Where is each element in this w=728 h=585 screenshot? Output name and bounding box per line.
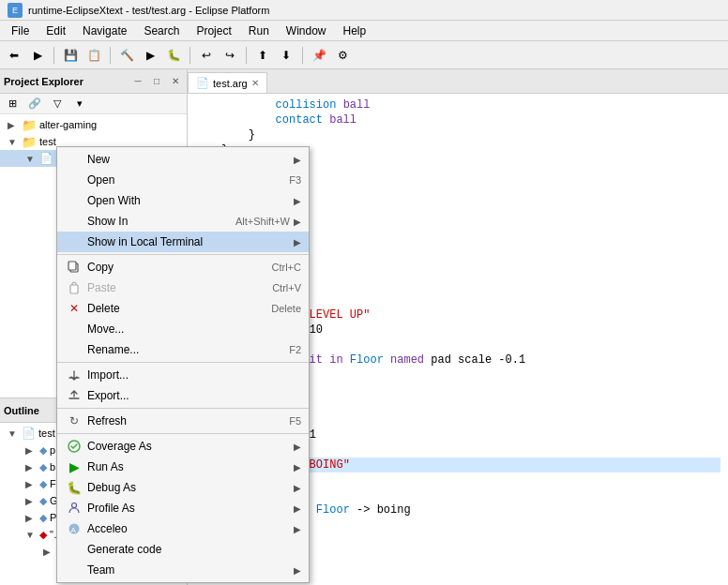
project-explorer-title: Project Explorer [4, 76, 127, 87]
outline-icon-p: ◆ [39, 444, 47, 457]
ctx-item-open-with[interactable]: Open With ▶ [57, 190, 309, 211]
ctx-item-copy[interactable]: Copy Ctrl+C [57, 257, 309, 278]
coverage-icon [65, 440, 83, 453]
paste-shortcut: Ctrl+V [253, 282, 301, 293]
menu-window[interactable]: Window [279, 22, 334, 39]
ctx-label-show-in: Show In [87, 215, 213, 228]
ctx-label-rename: Rename... [87, 343, 266, 356]
toolbar-btn-7[interactable]: 🐛 [163, 45, 184, 66]
ctx-label-profile-as: Profile As [87, 502, 290, 515]
delete-icon: ✕ [65, 302, 83, 315]
ctx-label-export: Export... [87, 389, 301, 402]
toolbar-btn-1[interactable]: ⬅ [4, 45, 24, 66]
menu-search[interactable]: Search [136, 22, 187, 39]
svg-text:A: A [71, 526, 77, 534]
ctx-item-coverage-as[interactable]: Coverage As ▶ [57, 436, 309, 457]
toolbar-btn-13[interactable]: ⚙ [332, 45, 353, 66]
open-with-arrow: ▶ [294, 196, 301, 206]
link-editor-icon[interactable]: 🔗 [24, 94, 45, 114]
minimize-icon[interactable]: ─ [130, 74, 145, 89]
tab-close-icon[interactable]: ✕ [251, 78, 259, 88]
toolbar-btn-10[interactable]: ⬆ [252, 45, 273, 66]
open-shortcut: F3 [270, 174, 301, 186]
tab-label-test-arg: test.arg [213, 78, 248, 89]
ctx-label-open: Open [87, 173, 266, 187]
ctx-label-import: Import... [87, 368, 301, 382]
filter-icon[interactable]: ▽ [47, 94, 68, 114]
menu-help[interactable]: Help [336, 22, 374, 39]
run-as-arrow: ▶ [294, 462, 301, 472]
menu-edit[interactable]: Edit [38, 22, 73, 39]
ctx-item-export[interactable]: Export... [57, 385, 309, 406]
ctx-label-team: Team [87, 563, 290, 577]
ctx-item-move[interactable]: Move... [57, 319, 309, 339]
team-arrow: ▶ [294, 565, 301, 576]
file-tab-icon: 📄 [196, 77, 209, 89]
ctx-item-open[interactable]: Open F3 [57, 170, 309, 190]
outline-icon-b: ◆ [39, 461, 47, 473]
ctx-item-show-in-local-terminal[interactable]: Show in Local Terminal ▶ [57, 232, 309, 252]
refresh-shortcut: F5 [270, 415, 301, 427]
toolbar-sep-4 [246, 47, 247, 64]
ctx-item-acceleo[interactable]: A Acceleo ▶ [57, 518, 309, 539]
rename-shortcut: F2 [270, 344, 301, 355]
svg-rect-1 [68, 262, 76, 270]
ctx-item-rename[interactable]: Rename... F2 [57, 339, 309, 360]
copy-shortcut: Ctrl+C [253, 262, 301, 273]
ctx-item-profile-as[interactable]: Profile As ▶ [57, 498, 309, 518]
tree-label-alter: alter-gaming [39, 119, 97, 130]
menu-project[interactable]: Project [189, 22, 238, 39]
outline-icon-G: ◆ [39, 495, 47, 507]
toolbar-btn-4[interactable]: 📋 [83, 45, 104, 66]
profile-as-icon [65, 502, 83, 515]
toolbar-btn-12[interactable]: 📌 [309, 45, 329, 66]
toolbar-btn-3[interactable]: 💾 [60, 45, 81, 66]
ctx-label-generate-code: Generate code [87, 543, 301, 556]
toolbar-btn-8[interactable]: ↩ [196, 45, 217, 66]
ctx-item-run-as[interactable]: ▶ Run As ▶ [57, 457, 309, 477]
maximize-icon[interactable]: □ [149, 74, 164, 89]
editor-tabs-bar: 📄 test.arg ✕ [188, 69, 728, 94]
menu-navigate[interactable]: Navigate [75, 22, 134, 39]
close-icon[interactable]: ✕ [168, 74, 183, 89]
show-in-shortcut: Alt+Shift+W [217, 216, 290, 227]
menu-file[interactable]: File [4, 22, 37, 39]
collapse-all-icon[interactable]: ⊞ [2, 94, 23, 114]
ctx-item-new[interactable]: New ▶ [57, 149, 309, 170]
ctx-item-delete[interactable]: ✕ Delete Delete [57, 298, 309, 319]
view-menu-icon[interactable]: ▾ [69, 94, 90, 114]
ctx-item-debug-as[interactable]: 🐛 Debug As ▶ [57, 477, 309, 498]
export-icon [65, 389, 83, 402]
toolbar-btn-9[interactable]: ↪ [220, 45, 240, 66]
ctx-label-new: New [87, 153, 290, 166]
toolbar-btn-6[interactable]: ▶ [140, 45, 160, 66]
menu-run[interactable]: Run [241, 22, 277, 39]
app-icon: E [8, 3, 23, 18]
ctx-item-refresh[interactable]: ↻ Refresh F5 [57, 411, 309, 431]
ctx-label-coverage-as: Coverage As [87, 440, 290, 453]
file-icon-t: 📄 [39, 152, 53, 165]
ctx-item-team[interactable]: Team ▶ [57, 560, 309, 580]
toolbar-btn-5[interactable]: 🔨 [116, 45, 137, 66]
outline-icon-F: ◆ [39, 478, 47, 490]
project-icon-test: 📁 [22, 135, 37, 149]
editor-tab-test-arg[interactable]: 📄 test.arg ✕ [188, 72, 267, 93]
toolbar-btn-2[interactable]: ▶ [27, 45, 48, 66]
ctx-sep-2 [57, 362, 309, 363]
ctx-item-import[interactable]: Import... [57, 365, 309, 385]
ctx-label-debug-as: Debug As [87, 481, 290, 494]
ctx-item-show-in[interactable]: Show In Alt+Shift+W ▶ [57, 211, 309, 232]
svg-rect-2 [70, 285, 78, 293]
toolbar-btn-11[interactable]: ⬇ [276, 45, 296, 66]
ctx-item-paste[interactable]: Paste Ctrl+V [57, 278, 309, 298]
delete-shortcut: Delete [252, 303, 301, 314]
project-explorer-toolbar: ⊞ 🔗 ▽ ▾ [0, 94, 187, 114]
tree-item-alter-gaming[interactable]: ▶ 📁 alter-gaming [0, 116, 187, 133]
ctx-label-show-in-local-terminal: Show in Local Terminal [87, 235, 290, 248]
toolbar-sep-3 [190, 47, 190, 64]
paste-icon [65, 281, 83, 294]
ctx-label-copy: Copy [87, 261, 250, 274]
outline-icon-P: ◆ [39, 512, 47, 524]
ctx-item-generate-code[interactable]: Generate code [57, 539, 309, 560]
ctx-label-run-as: Run As [87, 460, 290, 473]
